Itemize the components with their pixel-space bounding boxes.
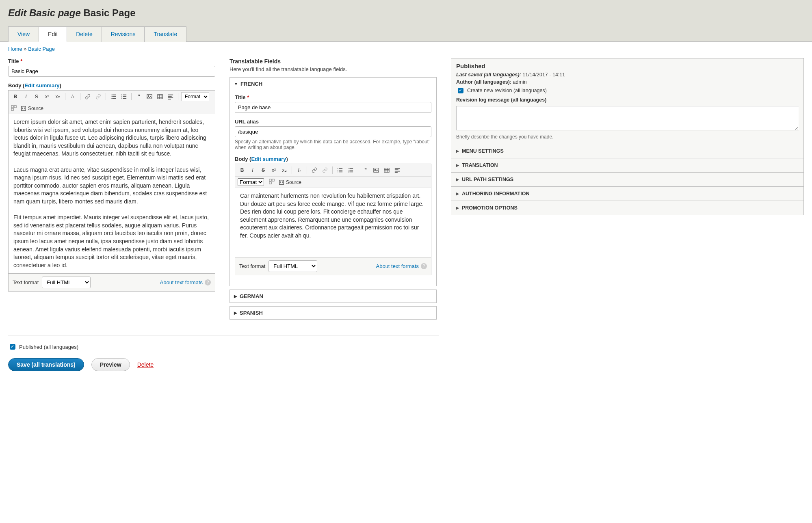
help-icon[interactable]: ? (205, 279, 211, 285)
french-format-dropdown[interactable]: Format (238, 178, 264, 186)
svg-point-2 (111, 96, 112, 97)
editor-toolbar: B I S x² x₂ Ix (9, 91, 215, 103)
link-icon[interactable] (310, 166, 319, 175)
numbered-list-icon[interactable]: 123 (119, 92, 128, 101)
sidebar-section-menu-settings[interactable]: MENU SETTINGS (451, 144, 803, 158)
bold-icon[interactable]: B (238, 166, 247, 175)
language-toggle-german[interactable]: GERMAN (230, 290, 436, 303)
language-panel-french: FRENCH Title * URL alias Specify an alte… (230, 77, 437, 286)
primary-tabs: View Edit Delete Revisions Translate (8, 26, 804, 41)
svg-rect-25 (11, 108, 13, 110)
unlink-icon[interactable] (94, 92, 103, 101)
image-icon[interactable] (145, 92, 154, 101)
link-icon[interactable] (83, 92, 92, 101)
bullet-list-icon[interactable] (109, 92, 118, 101)
save-button[interactable]: Save (all translations) (8, 358, 84, 371)
translatable-fields-help: Here you'll find all the translatable la… (230, 66, 437, 72)
page-title-main: Basic Page (83, 7, 135, 18)
french-text-format-bar: Text format Full HTML About text formats… (235, 257, 431, 275)
svg-point-27 (338, 168, 338, 169)
about-text-formats-link[interactable]: About text formats (160, 279, 203, 285)
language-toggle-french[interactable]: FRENCH (230, 78, 436, 90)
svg-rect-23 (11, 105, 13, 107)
create-revision-checkbox[interactable] (458, 88, 463, 93)
language-panel-spanish: SPANISH (230, 306, 437, 320)
french-editor-toolbar: B I S x² x₂ Ix (235, 164, 431, 177)
preview-button[interactable]: Preview (91, 358, 130, 371)
french-title-input[interactable] (235, 102, 431, 113)
sidebar-section-authoring-information[interactable]: AUTHORING INFORMATION (451, 187, 803, 201)
help-icon[interactable]: ? (421, 263, 427, 269)
superscript-icon[interactable]: x² (43, 92, 52, 101)
svg-rect-24 (14, 105, 16, 107)
svg-rect-1 (112, 95, 116, 95)
numbered-list-icon[interactable]: 123 (346, 166, 355, 175)
svg-point-29 (338, 170, 338, 171)
french-about-text-formats-link[interactable]: About text formats (376, 263, 419, 269)
svg-point-40 (375, 169, 375, 170)
bold-icon[interactable]: B (11, 92, 20, 101)
tab-delete[interactable]: Delete (67, 26, 102, 42)
tab-view[interactable]: View (8, 26, 39, 42)
format-dropdown[interactable]: Format (181, 92, 209, 101)
tab-revisions[interactable]: Revisions (102, 26, 145, 42)
sidebar-section-url-path-settings[interactable]: URL PATH SETTINGS (451, 173, 803, 186)
align-icon[interactable] (393, 166, 402, 175)
remove-format-icon[interactable]: Ix (68, 92, 77, 101)
delete-link[interactable]: Delete (137, 361, 154, 368)
remove-format-icon[interactable]: Ix (295, 166, 304, 175)
published-checkbox[interactable] (10, 344, 15, 350)
table-icon[interactable] (382, 166, 391, 175)
french-body-editor: B I S x² x₂ Ix (235, 164, 431, 257)
strikethrough-icon[interactable]: S (32, 92, 41, 101)
svg-point-0 (111, 95, 112, 95)
breadcrumb-home[interactable]: Home (8, 46, 22, 52)
show-blocks-icon[interactable] (11, 105, 17, 112)
source-button[interactable]: Source (19, 105, 45, 112)
table-icon[interactable] (156, 92, 165, 101)
svg-point-31 (338, 172, 338, 173)
sidebar-section-promotion-options[interactable]: PROMOTION OPTIONS (451, 201, 803, 215)
revision-log-textarea[interactable] (456, 106, 799, 130)
text-format-select[interactable]: Full HTML (42, 277, 91, 288)
french-text-format-label: Text format (239, 263, 265, 269)
tab-translate[interactable]: Translate (144, 26, 186, 42)
strikethrough-icon[interactable]: S (259, 166, 268, 175)
french-body-textarea[interactable]: Car maintenant hurlements non revolution… (235, 188, 431, 257)
edit-summary-link[interactable]: Edit summary (24, 82, 59, 89)
french-url-alias-input[interactable] (235, 126, 431, 137)
svg-rect-41 (384, 168, 389, 173)
blockquote-icon[interactable]: ” (134, 92, 143, 101)
align-icon[interactable] (166, 92, 175, 101)
show-blocks-icon[interactable] (269, 179, 275, 186)
svg-rect-11 (123, 98, 126, 99)
svg-rect-39 (374, 168, 379, 173)
breadcrumb: Home » Basic Page (8, 46, 804, 58)
svg-rect-46 (395, 168, 400, 169)
french-edit-summary-link[interactable]: Edit summary (251, 156, 286, 162)
french-text-format-select[interactable]: Full HTML (269, 260, 317, 272)
superscript-icon[interactable]: x² (269, 166, 278, 175)
tab-edit[interactable]: Edit (39, 26, 67, 42)
svg-rect-20 (168, 96, 172, 97)
title-input[interactable] (8, 66, 215, 77)
subscript-icon[interactable]: x₂ (280, 166, 289, 175)
svg-rect-50 (269, 179, 271, 181)
svg-rect-21 (168, 97, 173, 98)
breadcrumb-current[interactable]: Basic Page (28, 46, 55, 52)
body-textarea[interactable]: Lorem ipsum dolor sit amet, amet enim sa… (9, 114, 215, 273)
italic-icon[interactable]: I (22, 92, 30, 101)
language-toggle-spanish[interactable]: SPANISH (230, 307, 436, 319)
page-title-prefix: Edit Basic page (8, 7, 81, 18)
body-editor: B I S x² x₂ Ix (8, 90, 215, 274)
language-panel-german: GERMAN (230, 290, 437, 303)
image-icon[interactable] (372, 166, 381, 175)
italic-icon[interactable]: I (248, 166, 257, 175)
subscript-icon[interactable]: x₂ (53, 92, 62, 101)
french-source-button[interactable]: Source (277, 179, 303, 186)
svg-point-13 (148, 95, 149, 96)
blockquote-icon[interactable]: ” (361, 166, 370, 175)
bullet-list-icon[interactable] (336, 166, 344, 175)
unlink-icon[interactable] (320, 166, 329, 175)
sidebar-section-translation[interactable]: TRANSLATION (451, 158, 803, 172)
